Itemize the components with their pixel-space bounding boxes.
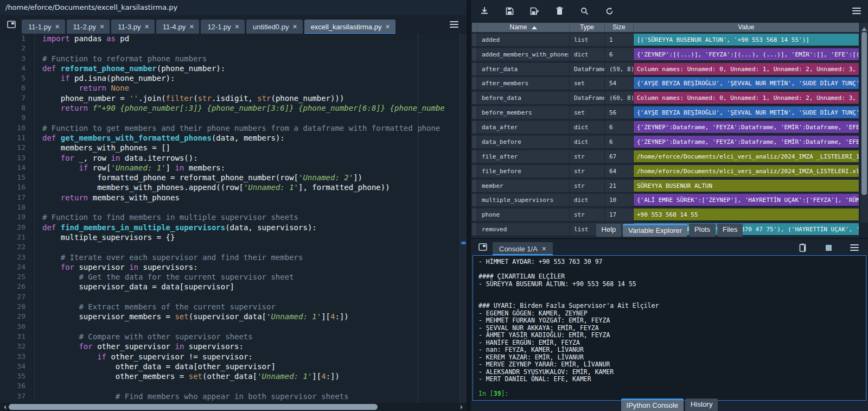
variable-size[interactable]: (59, 8)	[605, 63, 634, 76]
tab-history[interactable]: History	[685, 399, 718, 411]
variable-name[interactable]: data_after	[477, 121, 570, 134]
variable-value[interactable]: Column names: Unnamed: 0, Unnamed: 1, Un…	[634, 92, 859, 105]
column-header-size[interactable]: Size	[605, 23, 634, 32]
tab-files[interactable]: Files	[717, 224, 743, 237]
hscroll-left-arrow-icon[interactable]	[2, 405, 6, 409]
variable-value[interactable]: /home/eforce/Documents/elci_veri_analiz/…	[634, 150, 859, 163]
variable-size[interactable]: 67	[605, 150, 634, 163]
editor-tab-untitled0.py[interactable]: untitled0.py×	[246, 20, 303, 34]
variable-size[interactable]: 64	[605, 165, 634, 178]
editor-vertical-scrollbar[interactable]	[459, 34, 467, 403]
variable-value[interactable]: Column names: Unnamed: 0, Unnamed: 1, Un…	[634, 63, 859, 76]
editor-horizontal-scrollbar[interactable]	[0, 403, 467, 411]
variable-type[interactable]: str	[570, 150, 605, 163]
variable-size[interactable]: 6	[605, 48, 634, 61]
variable-type[interactable]: set	[570, 106, 605, 119]
variable-value[interactable]: {'AYŞE BEYZA BEŞİROĞLU', 'ŞEVVAL NUR MET…	[634, 77, 859, 90]
variable-table-scroll-thumb[interactable]	[861, 32, 867, 195]
variable-value[interactable]: {'ZEYNEP':Dataframe, 'FEYZA':Dataframe, …	[634, 136, 859, 149]
variable-name[interactable]: after_data	[477, 63, 570, 76]
variable-table-scrollbar[interactable]	[860, 23, 868, 223]
close-icon[interactable]: ×	[292, 22, 297, 31]
ipython-console-output[interactable]: - HİMMET AYDAR: +90 553 763 30 97 #### Ç…	[473, 255, 866, 401]
hscroll-right-arrow-icon[interactable]	[461, 405, 465, 409]
browse-consoles-icon[interactable]	[475, 241, 490, 254]
variable-name[interactable]: added_members_with_phones	[477, 48, 570, 61]
editor-tab-12-1.py[interactable]: 12-1.py×	[201, 20, 245, 34]
variable-type[interactable]: dict	[570, 121, 605, 134]
editor-tab-11-4.py[interactable]: 11-4.py×	[156, 20, 200, 34]
variable-type[interactable]: DataFrame	[570, 63, 605, 76]
variable-name[interactable]: file_before	[477, 165, 570, 178]
variable-value[interactable]: +90 553 568 14 55	[634, 208, 859, 222]
close-icon[interactable]: ×	[189, 22, 194, 31]
tab-ipython-console[interactable]: IPython Console	[621, 399, 684, 411]
variable-name[interactable]: member	[477, 180, 570, 193]
variable-size[interactable]: (60, 8)	[605, 92, 634, 105]
browse-tabs-icon[interactable]	[3, 17, 20, 31]
variable-name[interactable]: before_members	[477, 106, 570, 119]
variable-type[interactable]: set	[570, 77, 605, 90]
close-icon[interactable]: ×	[235, 22, 239, 31]
variable-size[interactable]: 6	[605, 136, 634, 149]
variable-explorer-options-menu-icon[interactable]	[851, 5, 863, 17]
variable-type[interactable]: list	[570, 34, 605, 47]
variable-size[interactable]: 21	[605, 180, 634, 193]
import-data-icon[interactable]	[478, 5, 490, 17]
variable-size[interactable]: 56	[605, 106, 634, 119]
console-options-menu-icon[interactable]	[848, 242, 860, 254]
variable-size[interactable]: 17	[605, 208, 634, 222]
column-header-type[interactable]: Type	[570, 23, 605, 32]
variable-value[interactable]: SÜREYYA BUSENUR ALTUN	[634, 180, 859, 193]
column-header-name[interactable]: Name	[477, 23, 570, 32]
save-data-icon[interactable]	[503, 5, 515, 17]
variable-size[interactable]: 1	[605, 34, 634, 47]
code-area[interactable]: import pandas as pd# Function to reforma…	[35, 34, 459, 403]
variable-type[interactable]: dict	[570, 48, 605, 61]
close-icon[interactable]: ×	[542, 244, 546, 253]
variable-type[interactable]: dict	[570, 136, 605, 149]
variable-value[interactable]: {'AYŞE BEYZA BEŞİROĞLU', 'ŞEVVAL NUR MET…	[634, 106, 859, 119]
variable-name[interactable]: phone	[477, 208, 570, 222]
variable-name[interactable]: added	[477, 34, 570, 47]
console-tab[interactable]: Console 1/A ×	[493, 242, 553, 255]
variable-value[interactable]: [('SÜREYYA BUSENUR ALTUN', '+90 553 568 …	[634, 34, 859, 47]
close-icon[interactable]: ×	[385, 22, 390, 31]
editor-tab-excell_karsilastirma.py[interactable]: excell_karsilastirma.py×	[304, 20, 395, 34]
variable-size[interactable]: 10	[605, 194, 634, 207]
scroll-up-arrow-icon[interactable]	[861, 24, 867, 31]
variable-table[interactable]: NameTypeSizeValueaddedlist1[('SÜREYYA BU…	[472, 23, 859, 238]
close-icon[interactable]: ×	[100, 22, 104, 31]
editor-tab-11-1.py[interactable]: 11-1.py×	[22, 20, 65, 34]
close-icon[interactable]: ×	[55, 22, 59, 31]
close-icon[interactable]: ×	[145, 22, 149, 31]
variable-type[interactable]: str	[570, 180, 605, 193]
variable-name[interactable]: after_members	[477, 77, 570, 90]
stop-icon[interactable]	[822, 242, 834, 254]
variable-size[interactable]: 6	[605, 121, 634, 134]
editor-tab-11-2.py[interactable]: 11-2.py×	[67, 20, 110, 34]
variable-name[interactable]: data_before	[477, 136, 570, 149]
variable-type[interactable]: str	[570, 165, 605, 178]
editor-options-menu-icon[interactable]	[446, 17, 462, 31]
tab-help[interactable]: Help	[596, 224, 622, 237]
remove-variables-icon[interactable]	[553, 5, 565, 17]
variable-value[interactable]: /home/eforce/Documents/elci_veri_analiz/…	[634, 165, 859, 178]
variable-type[interactable]: str	[570, 208, 605, 222]
search-icon[interactable]	[578, 5, 590, 17]
editor-tab-11-3.py[interactable]: 11-3.py×	[111, 20, 155, 34]
clipboard-icon[interactable]	[796, 242, 808, 254]
variable-name[interactable]: file_after	[477, 150, 570, 163]
variable-value[interactable]: {'ALİ EMRE SÜREK':['ZEYNEP'], 'HAYRETTİN…	[634, 194, 859, 207]
variable-name[interactable]: before_data	[477, 92, 570, 105]
editor-hscroll-thumb[interactable]	[9, 404, 378, 410]
save-data-as-icon[interactable]	[528, 5, 540, 17]
ipython-prompt[interactable]: In [39]:	[478, 390, 866, 398]
refresh-icon[interactable]	[603, 5, 615, 17]
column-header-value[interactable]: Value	[634, 23, 859, 32]
variable-value[interactable]: {'ZEYNEP':[(...)], 'FEYZA':[(...), (...)…	[634, 48, 859, 61]
variable-size[interactable]: 54	[605, 77, 634, 90]
variable-value[interactable]: {'ZEYNEP':Dataframe, 'FEYZA':Dataframe, …	[634, 121, 859, 134]
variable-type[interactable]: DataFrame	[570, 92, 605, 105]
variable-name[interactable]: multiple_supervisors	[477, 194, 570, 207]
